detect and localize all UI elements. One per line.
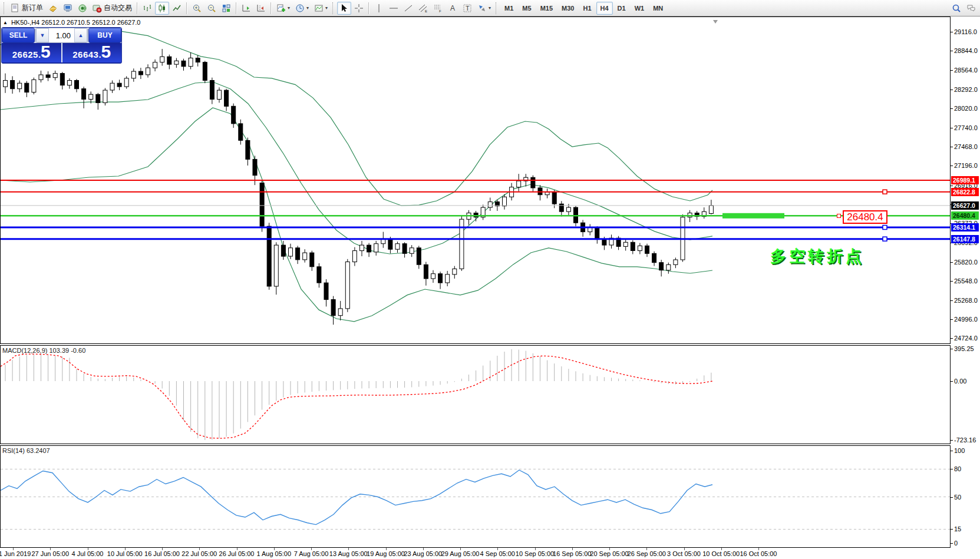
rsi-canvas[interactable] <box>1 446 950 547</box>
main-chart-panel[interactable]: ▲ HK50-,H4 26512.0 26710.5 26512.0 26627… <box>0 16 951 344</box>
indicators-button[interactable]: ▾ <box>274 2 292 15</box>
sell-price[interactable]: 26625 . 5 <box>2 43 61 62</box>
hline-edit-marker[interactable] <box>883 226 887 230</box>
buy-price[interactable]: 26643 . 5 <box>62 43 122 62</box>
new-order-button[interactable]: 新订单 <box>8 2 45 15</box>
vertical-line-tool-button[interactable] <box>372 2 386 15</box>
macd-panel[interactable]: MACD(12,26,9) 103.39 -0.60 <box>0 345 951 444</box>
price-badge: 26627.0 <box>951 201 979 210</box>
timeframe-mn[interactable]: MN <box>649 2 667 15</box>
toolbar-grip[interactable] <box>332 2 335 14</box>
price-tick <box>951 281 953 282</box>
candles <box>4 49 714 325</box>
sell-button[interactable]: SELL <box>2 28 35 43</box>
zoom-out-button[interactable] <box>204 2 219 15</box>
rsi-axis: 1008050150 <box>951 445 980 548</box>
line-chart-mode-button[interactable] <box>170 2 184 15</box>
channel-tool-button[interactable]: E <box>416 2 430 15</box>
svg-text:A: A <box>450 4 455 12</box>
signals-button[interactable] <box>75 2 90 15</box>
toolbar-separator <box>137 2 138 14</box>
text-tool-button[interactable]: A <box>446 2 460 15</box>
tile-windows-button[interactable] <box>219 2 233 15</box>
timeframe-m5[interactable]: M5 <box>518 2 535 15</box>
chat-button[interactable] <box>964 2 978 15</box>
templates-button[interactable]: ▾ <box>312 2 330 15</box>
horizontal-line-tool-button[interactable] <box>387 2 401 15</box>
search-button[interactable] <box>949 2 963 15</box>
rsi-tick-label: 50 <box>954 494 961 501</box>
turning-point-label[interactable]: 多空转折点 <box>770 246 864 267</box>
bar-chart-mode-button[interactable] <box>140 2 154 15</box>
price-badge: 26989.1 <box>951 176 979 184</box>
timeframe-m30[interactable]: M30 <box>557 2 578 15</box>
macd-canvas[interactable] <box>1 346 950 444</box>
rsi-tick <box>951 543 953 544</box>
volume-spinner: ▼ 1.00 ▲ <box>35 28 88 43</box>
price-tick <box>951 319 953 320</box>
terminal-button[interactable] <box>61 2 75 15</box>
auto-scroll-button[interactable] <box>239 2 253 15</box>
timeframe-h1[interactable]: H1 <box>579 2 595 15</box>
indicators-icon <box>276 4 286 13</box>
time-axis[interactable]: 21 Jun 201927 Jun 05:004 Jul 05:0010 Jul… <box>0 548 951 559</box>
candle-chart-mode-button[interactable] <box>155 2 169 15</box>
buy-button[interactable]: BUY <box>88 28 121 43</box>
symbol-ohlc-text: HK50-,H4 26512.0 26710.5 26512.0 26627.0 <box>11 19 141 26</box>
horizontal-line-icon <box>389 4 398 13</box>
market-watch-button[interactable] <box>46 2 60 15</box>
rsi-tick-label: 15 <box>954 525 961 532</box>
chart-shift-button[interactable] <box>254 2 268 15</box>
price-axis[interactable]: 29116.028844.028564.028292.028020.027740… <box>951 16 980 344</box>
bollinger-bands <box>1 29 712 322</box>
crosshair-tool-button[interactable] <box>352 2 366 15</box>
toolbar-separator <box>186 2 187 14</box>
toolbar-grip[interactable] <box>496 2 498 14</box>
hline-edit-marker[interactable] <box>883 237 887 241</box>
terminal-window: 新订单 自动交易 <box>0 0 980 559</box>
main-chart-canvas[interactable] <box>1 17 950 343</box>
price-tick-label: 28844.0 <box>954 47 978 54</box>
timeframe-h4[interactable]: H4 <box>596 2 613 15</box>
periods-button[interactable]: ▾ <box>293 2 311 15</box>
hline-edit-marker[interactable] <box>837 214 841 218</box>
svg-text:E: E <box>425 9 427 13</box>
terminal-icon <box>63 4 72 13</box>
time-tick-label: 21 Jun 2019 <box>0 550 31 557</box>
time-tick-label: 26 Sep 05:00 <box>628 550 666 557</box>
time-tick-label: 16 Oct 05:00 <box>740 550 777 557</box>
arrows-tool-button[interactable]: ▾ <box>475 2 493 15</box>
chart-shift-marker[interactable] <box>713 20 718 24</box>
price-callout-box[interactable]: 26480.4 <box>843 210 887 224</box>
timeframe-w1[interactable]: W1 <box>631 2 649 15</box>
timeframe-d1[interactable]: D1 <box>613 2 630 15</box>
time-tick-label: 3 Oct 05:00 <box>667 550 701 557</box>
price-tick <box>951 262 953 263</box>
rsi-panel[interactable]: RSI(14) 63.2407 <box>0 445 951 548</box>
trendline-tool-button[interactable] <box>401 2 415 15</box>
zoom-in-button[interactable] <box>190 2 204 15</box>
auto-trading-button[interactable]: 自动交易 <box>90 2 134 15</box>
toolbar-grip[interactable] <box>4 2 6 14</box>
price-badge: 26314.1 <box>951 223 979 231</box>
timeframe-group: M1M5M15M30H1H4D1W1MN <box>500 2 667 15</box>
volume-increase-button[interactable]: ▲ <box>74 28 87 42</box>
cursor-tool-button[interactable] <box>337 2 351 15</box>
timeframe-m15[interactable]: M15 <box>536 2 557 15</box>
horizontal-line-objects[interactable] <box>1 180 950 239</box>
macd-tick <box>951 381 953 382</box>
price-tick-label: 27196.0 <box>954 162 978 169</box>
crosshair-icon <box>354 4 364 13</box>
fibonacci-tool-button[interactable]: F <box>431 2 445 15</box>
volume-value[interactable]: 1.00 <box>49 28 74 42</box>
collapse-triangle-icon[interactable]: ▲ <box>3 20 8 25</box>
highlight-rectangle[interactable] <box>722 213 784 219</box>
cursor-icon <box>339 4 349 13</box>
hline-edit-marker[interactable] <box>883 190 887 194</box>
dropdown-caret-icon: ▾ <box>288 5 290 11</box>
price-tick <box>951 166 953 166</box>
volume-decrease-button[interactable]: ▼ <box>36 28 49 42</box>
text-label-tool-button[interactable]: T <box>460 2 474 15</box>
time-tick-label: 20 Sep 05:00 <box>590 550 628 557</box>
timeframe-m1[interactable]: M1 <box>500 2 517 15</box>
